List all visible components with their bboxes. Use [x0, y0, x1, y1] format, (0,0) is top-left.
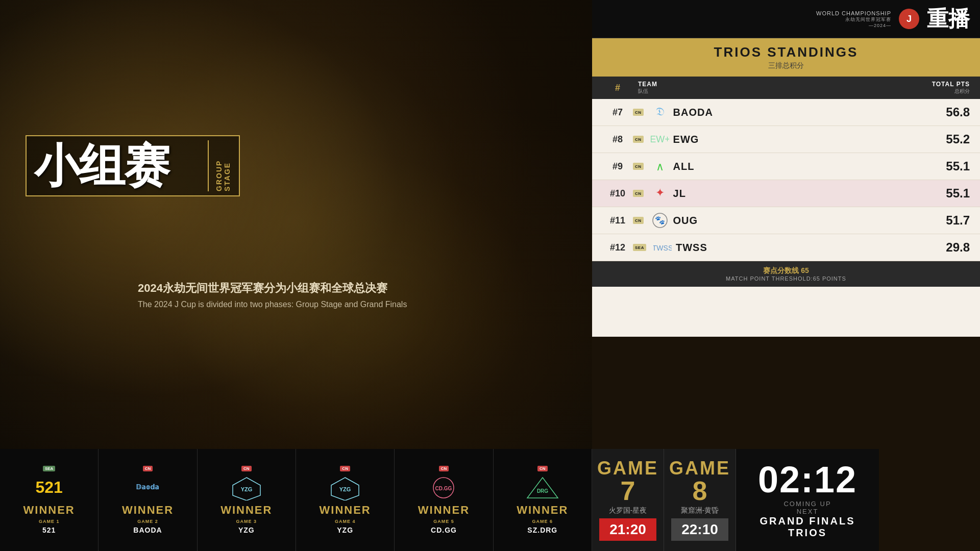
- winner-team-name: SZ.DRG: [527, 526, 557, 534]
- winner-game-label: GAME 3: [236, 519, 257, 524]
- svg-text:✦: ✦: [655, 186, 665, 199]
- winner-region: CN: [537, 466, 548, 471]
- team-name-area: TWSS: [672, 242, 909, 254]
- schedule-cell: GAME 8 聚窟洲-黄昏 22:10: [664, 449, 736, 551]
- svg-text:TWSS: TWSS: [653, 244, 672, 252]
- winner-label-row: SEA: [43, 466, 55, 471]
- winner-text-row: WINNER: [418, 504, 470, 517]
- threshold-en: MATCH POINT THRESHOLD:65 POINTS: [602, 276, 970, 282]
- team-rank: #11: [602, 215, 633, 226]
- championship-text: WORLD CHAMPIONSHIP 永劫无间世界冠军赛 —2024—: [816, 10, 891, 28]
- team-name: JL: [673, 188, 909, 199]
- team-rank: #8: [602, 134, 633, 145]
- timer-cell: 02:12 COMING UP Next GRAND FINALS TRIOS: [736, 449, 879, 551]
- winner-team-name: 521: [42, 526, 56, 534]
- winner-text: WINNER: [418, 504, 470, 517]
- team-name-area: OUG: [669, 215, 909, 227]
- col-pts-cn: 总积分: [954, 88, 970, 95]
- team-region-badge: SEA: [633, 244, 646, 251]
- team-region-badge: CN: [633, 109, 644, 116]
- standings-panel: TRIOS STANDINGS 三排总积分 # TEAM 队伍 TOTAL PT…: [592, 38, 980, 337]
- winner-cell: CN 𝔻𝕒𝕠𝕕𝕒 WINNER GAME 2 BAODA: [99, 449, 197, 551]
- winner-text-row: WINNER: [320, 504, 371, 517]
- team-logo-area: CN 𝔇: [633, 103, 669, 121]
- winner-logo: 521: [31, 473, 67, 502]
- team-region-badge: CN: [633, 163, 644, 170]
- team-score: 55.2: [909, 132, 970, 146]
- team-name-area: ALL: [669, 161, 909, 172]
- svg-marker-14: [527, 478, 558, 498]
- team-score: 55.1: [909, 159, 970, 173]
- svg-text:DRG: DRG: [537, 488, 548, 494]
- winner-game-label: GAME 5: [433, 519, 454, 524]
- description-en: The 2024 J Cup is divided into two phase…: [138, 300, 407, 309]
- grand-finals-label: GRAND FINALS: [760, 515, 855, 527]
- winner-region: SEA: [43, 466, 55, 471]
- standings-header: TRIOS STANDINGS 三排总积分: [592, 38, 980, 77]
- standings-title: TRIOS STANDINGS: [602, 44, 970, 60]
- standings-column-headers: # TEAM 队伍 TOTAL PTS 总积分: [592, 77, 980, 99]
- game-label: GAME: [669, 459, 730, 478]
- winner-cell: SEA 521 WINNER GAME 1 521: [0, 449, 99, 551]
- winner-text: WINNER: [122, 504, 174, 517]
- group-stage-title-en-block: GROUP STAGE: [208, 140, 231, 191]
- team-region-badge: CN: [633, 190, 644, 197]
- game-time: 22:10: [671, 518, 728, 541]
- bottom-right-panel: GAME 7 火罗国-星夜 21:20 GAME 8 聚窟洲-黄昏 22:10 …: [592, 449, 980, 551]
- winner-label-row: CN: [340, 466, 350, 471]
- group-stage-title-block: 小组赛 GROUP STAGE: [26, 135, 240, 196]
- winner-region: CN: [143, 466, 153, 471]
- winner-logo: 𝔻𝕒𝕠𝕕𝕒: [130, 473, 165, 502]
- team-logo: TWSS: [653, 238, 672, 257]
- winner-logo: DRG: [525, 473, 560, 502]
- col-team-en: TEAM: [638, 81, 888, 88]
- championship-subtitle: 永劫无间世界冠军赛: [845, 16, 891, 23]
- winner-label-row: CN: [241, 466, 252, 471]
- winner-game-label: GAME 2: [137, 519, 158, 524]
- team-logo: 𝔇: [651, 103, 669, 121]
- team-score: 51.7: [909, 213, 970, 228]
- col-pts-header: TOTAL PTS 总积分: [888, 81, 970, 95]
- team-region-badge: CN: [633, 217, 644, 224]
- group-stage-title-cn: 小组赛: [34, 143, 169, 189]
- schedule-cells-container: GAME 7 火罗国-星夜 21:20 GAME 8 聚窟洲-黄昏 22:10: [592, 449, 736, 551]
- team-name: TWSS: [676, 242, 909, 254]
- col-rank-header: #: [602, 83, 633, 93]
- winner-text-row: WINNER: [517, 504, 568, 517]
- svg-text:CD.GG: CD.GG: [435, 486, 452, 491]
- team-row: #11 CN 🐾 OUG 51.7: [592, 207, 980, 234]
- winner-team-name: BAODA: [133, 526, 162, 534]
- team-score: 29.8: [909, 240, 970, 255]
- team-logo: ∧: [651, 157, 669, 176]
- replay-label: 重播: [927, 5, 970, 33]
- team-name-area: BAODA: [669, 107, 909, 118]
- svg-text:∧: ∧: [656, 160, 664, 173]
- game-map: 聚窟洲-黄昏: [681, 506, 719, 515]
- team-row: #8 CN EW+ EWG 55.2: [592, 126, 980, 153]
- group-stage-title-en: GROUP STAGE: [215, 140, 231, 191]
- team-row: #12 SEA TWSS TWSS 29.8: [592, 234, 980, 261]
- standings-subtitle: 三排总积分: [602, 61, 970, 70]
- team-rank: #7: [602, 107, 633, 118]
- winner-region: CN: [340, 466, 350, 471]
- winner-text-row: WINNER: [220, 504, 272, 517]
- col-pts-en: TOTAL PTS: [932, 81, 970, 88]
- team-rank: #12: [602, 242, 633, 253]
- team-score: 55.1: [909, 186, 970, 201]
- col-team-cn: 队伍: [638, 88, 888, 95]
- winner-team-name: CD.GG: [431, 526, 457, 534]
- threshold-cn: 赛点分数线 65: [602, 266, 970, 276]
- right-panel: WORLD CHAMPIONSHIP 永劫无间世界冠军赛 —2024— J 重播…: [592, 0, 980, 337]
- svg-text:EW+: EW+: [651, 134, 669, 144]
- svg-text:YZG: YZG: [339, 486, 351, 492]
- team-rank: #9: [602, 161, 633, 172]
- championship-logo: J: [899, 9, 919, 29]
- team-row: #10 CN ✦ JL 55.1: [592, 180, 980, 207]
- winner-text-row: WINNER: [122, 504, 174, 517]
- team-logo: ✦: [651, 184, 669, 203]
- team-logo: 🐾: [651, 211, 669, 230]
- team-name: ALL: [673, 161, 909, 172]
- team-logo-area: CN ∧: [633, 157, 669, 176]
- team-logo-area: CN EW+: [633, 130, 669, 148]
- winner-cell: CN DRG WINNER GAME 6 SZ.DRG: [494, 449, 592, 551]
